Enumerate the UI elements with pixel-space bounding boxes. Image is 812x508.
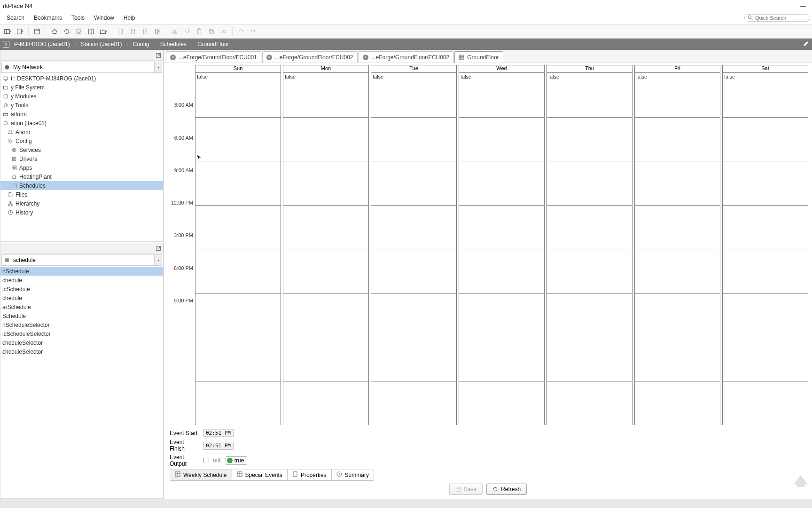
- bc-groundfloor[interactable]: GroundFloor: [195, 41, 231, 48]
- tab-close-icon[interactable]: ×: [170, 55, 176, 60]
- quick-search[interactable]: [744, 14, 810, 22]
- tree-item[interactable]: y File System: [0, 83, 163, 92]
- menu-help[interactable]: Help: [119, 15, 140, 21]
- day-body[interactable]: false: [635, 73, 720, 425]
- tb-export-icon[interactable]: [152, 26, 163, 37]
- refresh-button[interactable]: Refresh: [486, 484, 527, 495]
- day-column[interactable]: Sunfalse: [195, 65, 281, 425]
- popout-icon[interactable]: [156, 53, 161, 58]
- palette-list[interactable]: nSchedulecheduleicSchedulechedulearSched…: [0, 267, 163, 498]
- tb-sidebar-toggle[interactable]: [2, 26, 13, 37]
- bc-host[interactable]: P-MJ84ROG (Jace01): [12, 41, 72, 48]
- popout-icon[interactable]: [156, 246, 161, 251]
- palette-item[interactable]: chedule: [0, 276, 163, 285]
- breadcrumb-close-icon[interactable]: ×: [3, 41, 9, 48]
- output-value-pill[interactable]: true: [226, 456, 248, 465]
- menu-tools[interactable]: Tools: [67, 15, 89, 21]
- tree-item[interactable]: ation (Jace01): [0, 119, 163, 127]
- tb-folder-icon[interactable]: [98, 26, 109, 37]
- day-column[interactable]: Satfalse: [722, 65, 808, 425]
- day-body[interactable]: false: [723, 73, 808, 425]
- day-column[interactable]: Thufalse: [547, 65, 632, 425]
- tb-cut-icon[interactable]: [169, 26, 180, 37]
- tree-item[interactable]: y Tools: [0, 101, 163, 110]
- tb-delete-icon[interactable]: [218, 26, 229, 37]
- bc-schedules[interactable]: Schedules: [158, 41, 188, 48]
- day-body[interactable]: false: [371, 73, 456, 425]
- day-body[interactable]: false: [283, 73, 368, 425]
- tree-item[interactable]: Drivers: [0, 154, 163, 163]
- tb-refresh-icon[interactable]: [61, 26, 72, 37]
- tb-doc3-icon[interactable]: [140, 26, 151, 37]
- tb-undo-icon[interactable]: [235, 26, 247, 37]
- palette-item[interactable]: cheduleSelector: [0, 338, 163, 347]
- palette-item[interactable]: nScheduleSelector: [0, 320, 163, 329]
- tree-item[interactable]: Services: [0, 145, 163, 154]
- tb-new[interactable]: [14, 26, 25, 37]
- tab[interactable]: ×...eForge/GroundFloor/FCU001: [166, 51, 261, 63]
- palette-item[interactable]: arSchedule: [0, 302, 163, 311]
- tab[interactable]: GroundFloor: [454, 51, 503, 63]
- tb-copy-icon[interactable]: [181, 26, 193, 37]
- nav-tree[interactable]: t : DESKTOP-MJ84ROG (Jace01)y File Syste…: [0, 74, 163, 241]
- tb-save-icon[interactable]: [31, 26, 43, 37]
- tb-edit-icon[interactable]: [73, 26, 85, 37]
- palette-item[interactable]: icSchedule: [0, 285, 163, 294]
- schedule-tab[interactable]: Summary: [332, 469, 374, 480]
- day-body[interactable]: false: [547, 73, 632, 425]
- event-finish-input[interactable]: 02:51 PM: [203, 442, 234, 450]
- day-column[interactable]: Tuefalse: [371, 65, 457, 425]
- tab-close-icon[interactable]: ×: [266, 55, 272, 60]
- tree-item[interactable]: Hierarchy: [0, 199, 163, 208]
- schedule-tab[interactable]: Special Events: [232, 469, 288, 480]
- minimize-icon[interactable]: —: [800, 2, 806, 9]
- tab[interactable]: ×...eForge/GroundFloor/FCU002: [262, 51, 358, 63]
- tree-item[interactable]: Config: [0, 136, 163, 145]
- tab[interactable]: ×...eForge/GroundFloor/FCU002: [359, 51, 454, 63]
- day-column[interactable]: Frifalse: [634, 65, 720, 425]
- bc-config[interactable]: Config: [131, 41, 151, 48]
- schedule-tab[interactable]: Properties: [288, 469, 332, 480]
- tree-item[interactable]: Apps: [0, 163, 163, 172]
- palette-item[interactable]: icScheduleSelector: [0, 329, 163, 338]
- tree-item[interactable]: t : DESKTOP-MJ84ROG (Jace01): [0, 74, 163, 83]
- tree-item-label: y Modules: [11, 93, 37, 100]
- bc-station[interactable]: Station (Jace01): [79, 41, 124, 48]
- menu-bookmarks[interactable]: Bookmarks: [29, 15, 67, 21]
- day-column[interactable]: Wedfalse: [459, 65, 545, 425]
- menu-search[interactable]: Search: [2, 15, 29, 21]
- quick-search-input[interactable]: [755, 15, 807, 21]
- menu-window[interactable]: Window: [89, 15, 119, 21]
- palette-item[interactable]: chedule: [0, 294, 163, 302]
- tree-item[interactable]: y Modules: [0, 92, 163, 101]
- tree-item[interactable]: HeatingPlant: [0, 172, 163, 181]
- palette-item[interactable]: Schedule: [0, 311, 163, 320]
- null-checkbox[interactable]: [203, 458, 209, 463]
- network-combo[interactable]: My Network ▾: [1, 62, 162, 73]
- tb-redo-icon[interactable]: [248, 26, 259, 37]
- tb-home-icon[interactable]: [49, 26, 60, 37]
- schedule-tab[interactable]: Weekly Schedule: [170, 469, 232, 480]
- tb-paste-icon[interactable]: [194, 26, 205, 37]
- tree-item[interactable]: History: [0, 208, 163, 217]
- palette-item[interactable]: cheduleSelector: [0, 347, 163, 356]
- tb-split-icon[interactable]: [86, 26, 97, 37]
- palette-item[interactable]: nSchedule: [0, 267, 163, 276]
- tree-item[interactable]: Alarm: [0, 127, 163, 136]
- tb-dup-icon[interactable]: [206, 26, 217, 37]
- palette-combo[interactable]: schedule ▾: [1, 254, 162, 266]
- tb-doc1-icon[interactable]: [115, 26, 126, 37]
- tree-item[interactable]: Files: [0, 190, 163, 199]
- event-start-input[interactable]: 02:51 PM: [203, 429, 234, 437]
- breadcrumb-edit-icon[interactable]: [803, 40, 809, 48]
- tree-item[interactable]: Schedules: [0, 181, 163, 190]
- day-column[interactable]: Monfalse: [283, 65, 369, 425]
- tab-close-icon[interactable]: ×: [363, 55, 368, 60]
- day-body[interactable]: false: [459, 73, 544, 425]
- tb-doc2-icon[interactable]: [127, 26, 139, 37]
- tree-item[interactable]: atform: [0, 110, 163, 119]
- day-body[interactable]: false: [195, 73, 281, 425]
- save-button[interactable]: Save: [449, 484, 483, 495]
- chevron-down-icon[interactable]: ▾: [154, 62, 162, 72]
- chevron-down-icon[interactable]: ▾: [154, 255, 162, 265]
